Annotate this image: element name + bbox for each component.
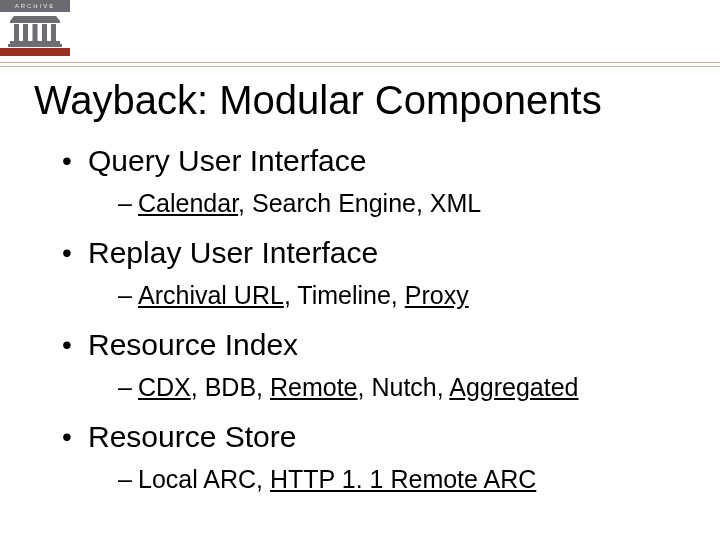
sub-item: CDX, BDB, Remote, Nutch, Aggregated (118, 368, 678, 406)
archive-logo-bar (0, 48, 70, 56)
bullet-item: Query User Interface Calendar, Search En… (58, 138, 678, 222)
bullet-label: Resource Index (88, 328, 298, 361)
divider (0, 62, 720, 63)
archive-logo-label: ARCHIVE (0, 0, 70, 12)
sub-list: CDX, BDB, Remote, Nutch, Aggregated (88, 368, 678, 406)
svg-rect-7 (10, 41, 60, 44)
slide: ARCHIVE (0, 0, 720, 540)
bullet-item: Replay User Interface Archival URL, Time… (58, 230, 678, 314)
sub-item: Local ARC, HTTP 1. 1 Remote ARC (118, 460, 678, 498)
archive-logo-icon (0, 12, 70, 48)
svg-rect-8 (8, 44, 62, 47)
bullet-item: Resource Store Local ARC, HTTP 1. 1 Remo… (58, 414, 678, 498)
sub-item: Calendar, Search Engine, XML (118, 184, 678, 222)
archive-logo: ARCHIVE (0, 0, 70, 55)
bullet-label: Query User Interface (88, 144, 366, 177)
svg-rect-1 (10, 21, 60, 23)
divider (0, 66, 720, 67)
sub-item: Archival URL, Timeline, Proxy (118, 276, 678, 314)
header-strip: ARCHIVE (0, 0, 720, 70)
svg-rect-6 (51, 24, 56, 41)
svg-rect-2 (14, 24, 19, 41)
sub-list: Calendar, Search Engine, XML (88, 184, 678, 222)
sub-list: Local ARC, HTTP 1. 1 Remote ARC (88, 460, 678, 498)
svg-rect-4 (33, 24, 38, 41)
svg-rect-3 (23, 24, 28, 41)
bullet-list: Query User Interface Calendar, Search En… (58, 138, 678, 506)
svg-rect-5 (42, 24, 47, 41)
bullet-item: Resource Index CDX, BDB, Remote, Nutch, … (58, 322, 678, 406)
slide-title: Wayback: Modular Components (34, 78, 602, 123)
svg-marker-0 (10, 16, 60, 21)
bullet-label: Resource Store (88, 420, 296, 453)
bullet-label: Replay User Interface (88, 236, 378, 269)
sub-list: Archival URL, Timeline, Proxy (88, 276, 678, 314)
